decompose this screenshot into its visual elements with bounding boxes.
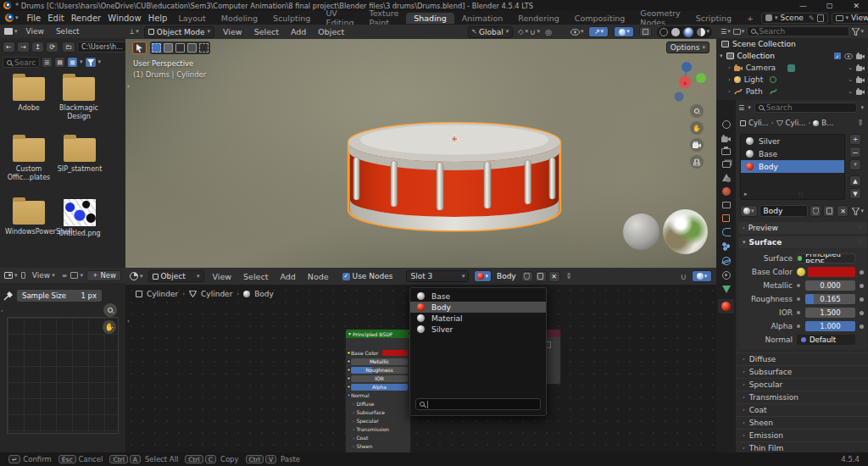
viewport-pan-button[interactable]: ✋: [690, 121, 704, 135]
tab-shading[interactable]: Shading: [406, 13, 454, 24]
pan-button[interactable]: ✋: [103, 320, 116, 334]
viewport-zoom-button[interactable]: [690, 104, 704, 118]
transform-orientation-dropdown[interactable]: ⭦ Global▾: [468, 26, 513, 38]
tab-animation[interactable]: Animation: [454, 13, 510, 24]
roughness-slider[interactable]: 0.165: [805, 294, 855, 304]
tab-modifiers[interactable]: [722, 228, 731, 236]
tab-compositing[interactable]: Compositing: [567, 13, 633, 24]
outliner-search-field[interactable]: [747, 26, 849, 36]
resize-grip[interactable]: ∷: [798, 191, 803, 198]
shading-material-button[interactable]: [683, 27, 693, 37]
maximize-button[interactable]: ▢: [819, 2, 841, 9]
mode-dropdown[interactable]: Object Mode▾: [144, 26, 214, 38]
node-section-sheen[interactable]: ›Sheen: [348, 442, 408, 450]
select-box-new-button[interactable]: [152, 43, 161, 53]
select-box-intersect-button[interactable]: [199, 43, 209, 53]
properties-search-field[interactable]: [754, 103, 858, 113]
menu-view[interactable]: View▾: [29, 271, 58, 280]
gizmos-toggle[interactable]: ↗▾: [588, 26, 609, 37]
ior-slider[interactable]: 1.500: [805, 308, 855, 318]
breadcrumb-object[interactable]: Cyli...: [748, 119, 769, 127]
hide-toggle[interactable]: ⌄: [848, 65, 853, 71]
tab-view-layer[interactable]: [722, 161, 731, 168]
node-section-emission[interactable]: ›Emission: [348, 451, 408, 452]
viewport-perspective-button[interactable]: [690, 155, 704, 169]
visibility-dropdown[interactable]: ▾: [570, 29, 584, 36]
file-search-field[interactable]: [3, 57, 40, 68]
menu-select[interactable]: Select: [240, 272, 271, 281]
menu-render[interactable]: Render: [68, 14, 105, 23]
node-input-metallic[interactable]: Metallic: [348, 358, 408, 365]
tab-particles[interactable]: [722, 242, 731, 251]
material-name-field[interactable]: Body: [760, 205, 809, 217]
outliner-search-input[interactable]: [759, 27, 845, 36]
filter-button[interactable]: ▾: [852, 28, 864, 36]
outliner-row-scene-collection[interactable]: Scene Collection: [716, 38, 868, 50]
material-browse-button[interactable]: ▾: [740, 205, 758, 217]
breadcrumb-mesh[interactable]: Cyli...: [786, 119, 806, 127]
up-directory-button[interactable]: ↥: [31, 42, 44, 53]
drum-object[interactable]: [343, 110, 565, 256]
menu-help[interactable]: Help: [145, 14, 171, 23]
section-emission[interactable]: ›Emission: [736, 429, 868, 441]
tab-scripting[interactable]: Scripting: [688, 13, 739, 24]
filter-button[interactable]: ▾: [852, 208, 864, 215]
menu-add[interactable]: Add: [276, 272, 298, 281]
tab-render[interactable]: [721, 135, 731, 142]
node-input-normal[interactable]: Normal: [348, 391, 408, 399]
copy-icon[interactable]: [817, 14, 824, 22]
file-item[interactable]: Untitled.png: [53, 199, 107, 237]
add-slot-button[interactable]: ＋: [849, 134, 861, 145]
eyedropper-icon[interactable]: [3, 291, 13, 301]
copy-material-icon[interactable]: [535, 271, 547, 282]
section-coat[interactable]: ›Coat: [736, 403, 868, 416]
slot-silver[interactable]: Silver: [741, 135, 844, 147]
move-slot-up-button[interactable]: ▲: [849, 175, 861, 186]
proportional-edit-icon[interactable]: ◎: [545, 28, 552, 36]
node-section-subsurface[interactable]: ›Subsurface: [348, 408, 408, 416]
properties-icon[interactable]: ☰: [738, 104, 744, 112]
eye-icon[interactable]: [844, 53, 853, 59]
options-dropdown[interactable]: Options▾: [666, 42, 709, 53]
copy-material-icon[interactable]: [823, 205, 835, 217]
remove-slot-button[interactable]: −: [849, 147, 861, 158]
fake-user-shield-icon[interactable]: [521, 271, 533, 282]
fake-user-shield-icon[interactable]: [810, 205, 821, 217]
tab-collection[interactable]: [722, 202, 731, 208]
alpha-slider[interactable]: 1.000: [805, 321, 855, 331]
animate-dot[interactable]: [860, 270, 864, 275]
node-section-coat[interactable]: ›Coat: [348, 434, 408, 441]
tab-sculpting[interactable]: Sculpting: [265, 13, 318, 24]
filter-settings-chevron[interactable]: ▾: [98, 59, 102, 65]
display-thumbnails-button[interactable]: ▦: [67, 57, 78, 68]
use-nodes-checkbox[interactable]: ✓ Use Nodes: [342, 272, 393, 280]
menu-window[interactable]: Window: [104, 14, 144, 23]
camera-render-icon[interactable]: [856, 76, 865, 83]
image-canvas[interactable]: [7, 317, 119, 434]
editor-type-button[interactable]: ▾: [130, 272, 143, 280]
editor-type-button[interactable]: ▾: [4, 272, 18, 279]
active-tool-button[interactable]: [132, 42, 147, 54]
outliner-row-path[interactable]: › Path ⌄: [716, 86, 868, 97]
toolbar-expand-arrow[interactable]: ›: [127, 84, 130, 90]
animate-dot[interactable]: [860, 311, 864, 315]
menu-item-silver[interactable]: Silver: [410, 324, 546, 335]
principled-bsdf-node[interactable]: ▾ Principled BSDF Base Color Metallic Ro…: [345, 329, 411, 452]
checkbox-icon[interactable]: ✓: [834, 53, 841, 59]
display-list-vertical-button[interactable]: ☰: [42, 57, 53, 68]
hide-toggle[interactable]: ⌄: [848, 77, 853, 83]
file-search-input[interactable]: [14, 58, 36, 67]
socket-icon[interactable]: [797, 325, 800, 328]
new-image-button[interactable]: ＋New: [86, 270, 121, 281]
viewport-camera-button[interactable]: [690, 138, 704, 152]
file-item[interactable]: Custom Offic...plates: [5, 138, 53, 182]
image-browse-button[interactable]: ▾: [70, 272, 83, 279]
color-socket[interactable]: [347, 351, 351, 355]
close-button[interactable]: ✕: [844, 2, 868, 10]
select-box-extend-button[interactable]: [164, 43, 173, 53]
xray-toggle[interactable]: [639, 26, 652, 37]
node-section-specular[interactable]: ›Specular: [348, 417, 408, 424]
shading-rendered-button[interactable]: ▾: [697, 28, 709, 36]
pin-icon[interactable]: ✎: [855, 118, 865, 128]
app-menu-button[interactable]: ▾: [0, 14, 24, 22]
